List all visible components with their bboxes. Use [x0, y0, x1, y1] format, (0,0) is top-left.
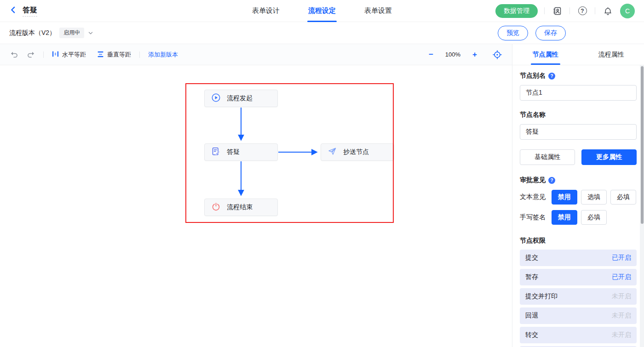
help-badge-icon[interactable]: ? [548, 177, 555, 184]
flow-canvas[interactable]: 流程发起 答疑 [0, 65, 512, 347]
basic-properties-button[interactable]: 基础属性 [520, 149, 575, 165]
status-badge: 启用中 [59, 28, 84, 38]
tab-node-properties[interactable]: 节点属性 [512, 44, 578, 65]
signature-label: 手写签名 [520, 213, 552, 222]
node-name-label: 节点名称 [520, 111, 546, 119]
help-icon[interactable]: ? [576, 5, 588, 17]
divider [544, 7, 545, 14]
zoom-level: 100% [445, 51, 460, 58]
text-opinion-label: 文本意见 [520, 193, 552, 201]
save-button[interactable]: 保存 [535, 26, 566, 40]
back-button[interactable] [9, 6, 17, 16]
text-opinion-row: 文本意见 禁用 选填 必填 [520, 190, 637, 205]
divider [43, 51, 44, 58]
flow-node-start[interactable]: 流程发起 [204, 90, 278, 107]
properties-panel: 节点属性 流程属性 节点别名 ? 节点名称 基础属性 更多属性 审 [512, 44, 644, 347]
zoom-controls: − 100% + [429, 50, 502, 59]
undo-icon[interactable] [10, 51, 18, 58]
divider [569, 7, 570, 14]
version-bar: 流程版本（V2） 启用中 预览 保存 [0, 22, 644, 44]
permission-row-submit-print[interactable]: 提交并打印 未开启 [520, 288, 637, 305]
zoom-out-button[interactable]: − [429, 51, 433, 58]
node-alias-section: 节点别名 ? [520, 72, 637, 80]
flow-node-label: 抄送节点 [343, 148, 369, 156]
permission-row-draft[interactable]: 暂存 已开启 [520, 269, 637, 285]
panel-scrollbar-thumb[interactable] [641, 66, 644, 224]
distribute-horizontal-icon [52, 51, 59, 59]
permission-row-submit[interactable]: 提交 已开启 [520, 250, 637, 266]
version-label: 流程版本（V2） [9, 29, 56, 37]
distribute-horizontal-label: 水平等距 [62, 51, 86, 59]
distribute-vertical-icon [97, 51, 104, 59]
chevron-left-icon [9, 6, 17, 16]
flow-node-answer[interactable]: 答疑 [204, 143, 278, 161]
fit-view-icon[interactable] [493, 50, 502, 59]
node-name-section: 节点名称 [520, 111, 637, 119]
distribute-vertical-label: 垂直等距 [107, 51, 131, 59]
signature-required-button[interactable]: 必填 [581, 210, 607, 225]
canvas-toolbar: 水平等距 垂直等距 添加新版本 − 100% + [0, 44, 512, 65]
flow-node-cc[interactable]: 抄送节点 [321, 143, 394, 161]
status-badge: 未开启 [612, 292, 631, 301]
node-alias-label: 节点别名 [520, 72, 546, 80]
address-book-icon[interactable] [551, 5, 563, 17]
distribute-horizontal-button[interactable]: 水平等距 [52, 51, 86, 59]
property-mode-buttons: 基础属性 更多属性 [520, 149, 637, 165]
flow-node-label: 流程结束 [227, 203, 253, 211]
signature-row: 手写签名 禁用 必填 [520, 210, 637, 225]
node-permissions-section: 节点权限 [520, 237, 637, 245]
approval-opinion-label: 审批意见 [520, 176, 546, 184]
notification-bell-icon[interactable] [602, 5, 614, 17]
chevron-down-icon[interactable] [88, 30, 93, 36]
page-title[interactable]: 答疑 [23, 6, 37, 17]
approval-opinion-section: 审批意见 ? [520, 176, 637, 184]
text-opinion-disable-button[interactable]: 禁用 [552, 190, 577, 205]
status-badge: 未开启 [612, 312, 631, 320]
add-new-version-link[interactable]: 添加新版本 [148, 51, 178, 59]
status-badge: 已开启 [612, 273, 631, 281]
editor-column: 水平等距 垂直等距 添加新版本 − 100% + [0, 44, 512, 347]
zoom-in-button[interactable]: + [472, 51, 477, 58]
node-alias-input[interactable] [520, 85, 637, 101]
permission-list: 提交 已开启 暂存 已开启 提交并打印 未开启 回退 未开启 [520, 250, 637, 347]
tab-form-design[interactable]: 表单设计 [252, 0, 280, 22]
distribute-vertical-button[interactable]: 垂直等距 [97, 51, 131, 59]
text-opinion-optional-button[interactable]: 选填 [581, 190, 607, 205]
power-icon [212, 202, 220, 212]
play-circle-icon [212, 93, 220, 103]
more-properties-button[interactable]: 更多属性 [581, 149, 637, 165]
header: 答疑 表单设计 流程设定 表单设置 数据管理 ? [0, 0, 644, 22]
text-opinion-required-button[interactable]: 必填 [610, 190, 636, 205]
header-actions: 数据管理 ? C [495, 4, 635, 18]
divider [139, 51, 140, 58]
help-badge-icon[interactable]: ? [548, 73, 555, 80]
preview-button[interactable]: 预览 [498, 26, 528, 40]
status-badge: 已开启 [612, 254, 631, 262]
panel-body: 节点别名 ? 节点名称 基础属性 更多属性 审批意见 ? 文本意见 [512, 65, 644, 347]
header-tabs: 表单设计 流程设定 表单设置 [252, 0, 392, 22]
flow-node-label: 答疑 [227, 148, 240, 156]
tab-flow-properties[interactable]: 流程属性 [578, 44, 644, 65]
panel-scrollbar-track[interactable] [640, 65, 644, 347]
permission-row-transfer[interactable]: 转交 未开启 [520, 327, 637, 343]
body: 水平等距 垂直等距 添加新版本 − 100% + [0, 44, 644, 347]
node-permissions-label: 节点权限 [520, 237, 546, 245]
paper-plane-icon [328, 147, 337, 157]
app-window: 答疑 表单设计 流程设定 表单设置 数据管理 ? [0, 0, 644, 347]
divider [595, 7, 595, 14]
permission-row-rollback[interactable]: 回退 未开启 [520, 307, 637, 324]
flow-node-end[interactable]: 流程结束 [204, 199, 278, 216]
version-actions: 预览 保存 [498, 26, 566, 40]
tab-form-config[interactable]: 表单设置 [364, 0, 392, 22]
node-name-input[interactable] [520, 124, 637, 140]
document-edit-icon [212, 147, 220, 157]
signature-disable-button[interactable]: 禁用 [552, 210, 577, 225]
tab-flow-settings[interactable]: 流程设定 [308, 0, 336, 22]
data-manage-button[interactable]: 数据管理 [495, 4, 538, 18]
panel-tabs: 节点属性 流程属性 [512, 44, 644, 65]
flow-node-label: 流程发起 [227, 94, 253, 102]
status-badge: 未开启 [612, 331, 631, 339]
redo-icon[interactable] [27, 51, 35, 58]
avatar[interactable]: C [620, 4, 635, 18]
